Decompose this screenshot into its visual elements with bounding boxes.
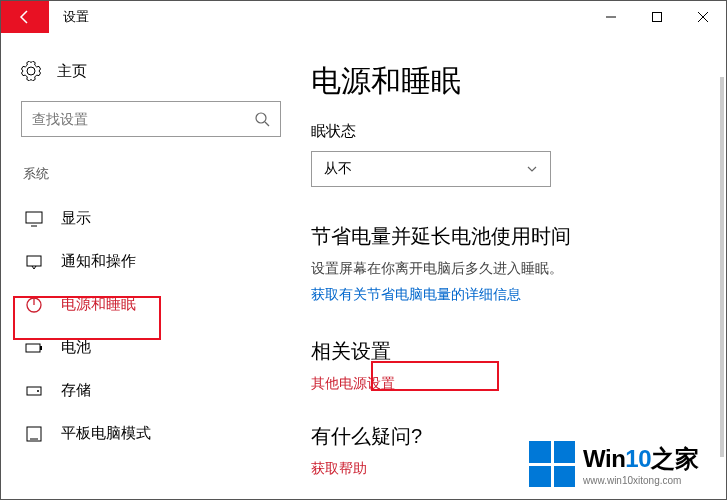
storage-icon [25,382,43,400]
nav-item-power-sleep[interactable]: 电源和睡眠 [21,283,281,326]
battery-icon [25,339,43,357]
watermark-url: www.win10xitong.com [583,475,698,486]
link-battery-info[interactable]: 获取有关节省电脑电量的详细信息 [311,286,521,304]
windows-logo-icon [529,441,575,487]
watermark: Win10之家 www.win10xitong.com [529,441,698,487]
titlebar: 设置 [1,1,726,33]
close-icon [697,11,709,23]
svg-point-12 [37,390,39,392]
nav-label: 显示 [61,209,91,228]
link-get-help[interactable]: 获取帮助 [311,460,367,478]
home-label: 主页 [57,62,87,81]
power-icon [25,296,43,314]
tablet-icon [25,425,43,443]
notification-icon [25,253,43,271]
nav-item-battery[interactable]: 电池 [21,326,281,369]
svg-rect-9 [26,344,40,352]
main-panel: 电源和睡眠 眠状态 从不 节省电量并延长电池使用时间 设置屏幕在你离开电脑后多久… [301,33,726,499]
nav-item-storage[interactable]: 存储 [21,369,281,412]
minimize-icon [605,11,617,23]
scrollbar[interactable] [720,77,724,457]
section-header: 系统 [21,165,281,183]
window-controls [588,1,726,33]
back-button[interactable] [1,1,49,33]
dropdown-value: 从不 [324,160,352,178]
section-desc: 设置屏幕在你离开电脑后多久进入睡眠。 [311,260,726,278]
page-title: 电源和睡眠 [311,61,726,102]
section-heading-battery: 节省电量并延长电池使用时间 [311,223,726,250]
nav-item-notifications[interactable]: 通知和操作 [21,240,281,283]
svg-point-2 [256,113,266,123]
svg-rect-10 [40,346,42,350]
sidebar: 主页 系统 显示 通知和操作 电源和睡眠 电池 存储 [1,33,301,499]
gear-icon [21,61,41,81]
section-heading-related: 相关设置 [311,338,726,365]
svg-line-3 [265,122,269,126]
maximize-button[interactable] [634,1,680,33]
window-title: 设置 [49,1,588,33]
nav-label: 通知和操作 [61,252,136,271]
close-button[interactable] [680,1,726,33]
search-icon [254,111,270,127]
link-other-power[interactable]: 其他电源设置 [311,375,395,393]
home-link[interactable]: 主页 [21,53,281,89]
svg-rect-6 [27,256,41,266]
arrow-left-icon [17,9,33,25]
nav-item-display[interactable]: 显示 [21,197,281,240]
field-label: 眠状态 [311,122,726,141]
search-box[interactable] [21,101,281,137]
nav-item-tablet[interactable]: 平板电脑模式 [21,412,281,455]
nav-label: 电源和睡眠 [61,295,136,314]
svg-rect-4 [26,212,42,223]
nav-label: 存储 [61,381,91,400]
monitor-icon [25,210,43,228]
minimize-button[interactable] [588,1,634,33]
search-input[interactable] [32,111,254,127]
maximize-icon [651,11,663,23]
nav-label: 平板电脑模式 [61,424,151,443]
svg-rect-1 [653,13,662,22]
nav-label: 电池 [61,338,91,357]
watermark-brand: Win10之家 [583,443,698,475]
chevron-down-icon [526,163,538,175]
sleep-dropdown[interactable]: 从不 [311,151,551,187]
